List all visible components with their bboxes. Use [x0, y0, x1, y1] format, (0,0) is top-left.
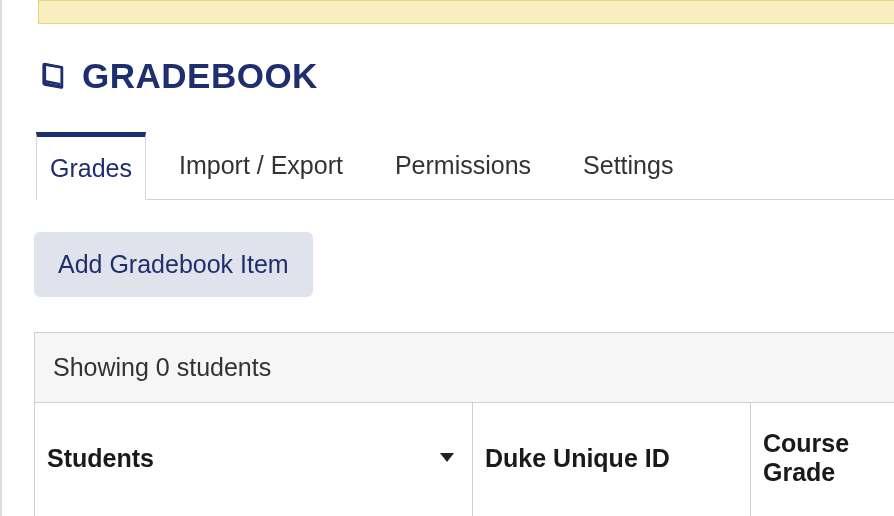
column-header-students[interactable]: Students: [35, 403, 473, 516]
column-label: Students: [47, 444, 154, 473]
tab-permissions[interactable]: Permissions: [376, 131, 550, 199]
svg-marker-0: [440, 453, 454, 462]
gradebook-table: Showing 0 students Students Duke Unique …: [34, 332, 894, 516]
column-header-course-grade[interactable]: Course Grade: [751, 403, 894, 516]
tab-label: Import / Export: [179, 151, 343, 180]
tab-label: Grades: [50, 154, 132, 183]
alert-banner: [38, 0, 894, 24]
page-header: GRADEBOOK: [38, 56, 318, 96]
tab-label: Settings: [583, 151, 673, 180]
tab-settings[interactable]: Settings: [564, 131, 692, 199]
table-header-row: Students Duke Unique ID Course Grade: [35, 403, 894, 516]
tab-label: Permissions: [395, 151, 531, 180]
add-gradebook-item-button[interactable]: Add Gradebook Item: [34, 232, 313, 297]
caret-down-icon: [440, 453, 454, 463]
tab-import-export[interactable]: Import / Export: [160, 131, 362, 199]
column-label: Duke Unique ID: [485, 444, 670, 473]
page-title: GRADEBOOK: [82, 56, 318, 96]
column-header-duke-unique-id[interactable]: Duke Unique ID: [473, 403, 751, 516]
column-label: Course Grade: [763, 429, 882, 487]
tab-grades[interactable]: Grades: [36, 132, 146, 200]
table-status-text: Showing 0 students: [35, 333, 894, 403]
left-rail-divider: [0, 0, 2, 516]
tab-bar: Grades Import / Export Permissions Setti…: [36, 132, 894, 200]
book-icon: [38, 61, 68, 91]
